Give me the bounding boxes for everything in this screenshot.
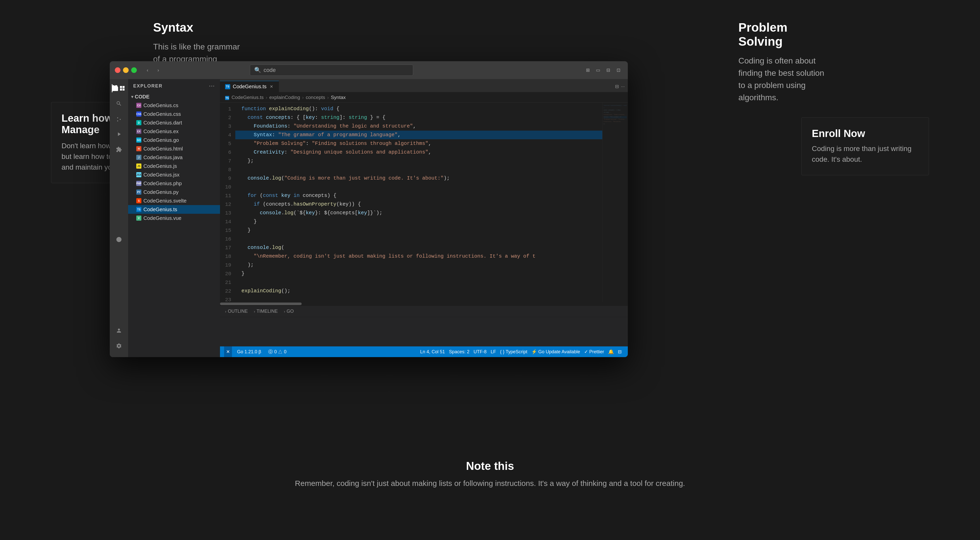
concept-problem-solving: Problem Solving Coding is often about fi…	[738, 21, 827, 103]
status-branch[interactable]: ✕	[224, 346, 232, 357]
status-spaces[interactable]: Spaces: 2	[447, 346, 471, 357]
line-number-4: 4	[220, 130, 231, 139]
titlebar-search[interactable]: 🔍 code	[250, 65, 413, 76]
status-encoding[interactable]: UTF-8	[471, 346, 488, 357]
code-token	[242, 140, 254, 148]
activity-account[interactable]	[112, 324, 126, 338]
file-name: CodeGenius.js	[143, 163, 177, 169]
code-token: in	[293, 192, 300, 200]
file-item-html[interactable]: HCodeGenius.html	[128, 145, 220, 153]
file-item-ex[interactable]: EXCodeGenius.ex	[128, 127, 220, 136]
code-token: .	[269, 174, 272, 183]
activity-extensions[interactable]	[112, 142, 126, 157]
more-actions-icon[interactable]: ···	[621, 84, 625, 89]
activity-settings[interactable]	[112, 339, 126, 353]
titlebar-nav: ‹ ›	[143, 66, 162, 74]
status-bell[interactable]: 🔔	[606, 346, 616, 357]
panel-tab-timeline[interactable]: › TIMELINE	[254, 306, 278, 317]
file-item-ts[interactable]: TSCodeGenius.ts	[128, 205, 220, 214]
file-item-php[interactable]: PHPCodeGenius.php	[128, 179, 220, 188]
line-number-18: 18	[220, 252, 231, 261]
close-button[interactable]	[115, 67, 121, 73]
timeline-chevron-icon: ›	[254, 310, 255, 313]
file-item-cs[interactable]: C#CodeGenius.cs	[128, 101, 220, 110]
file-item-jsx[interactable]: JSXCodeGenius.jsx	[128, 170, 220, 179]
status-language[interactable]: { } TypeScript	[498, 346, 529, 357]
forward-button[interactable]: ›	[154, 66, 162, 74]
line-number-7: 7	[220, 157, 231, 165]
code-token: );	[444, 174, 450, 183]
status-line-ending[interactable]: LF	[488, 346, 498, 357]
code-line-23	[235, 295, 602, 302]
status-bar: ✕ Go 1.21.0 β ⓪ 0 △ 0 Ln 4, Col 51 Space…	[220, 346, 628, 357]
activity-run[interactable]	[112, 127, 126, 141]
status-layout[interactable]: ⊟	[616, 346, 624, 357]
status-go-version[interactable]: Go 1.21.0 β	[235, 346, 263, 357]
minimize-button[interactable]	[123, 67, 129, 73]
panel-tab-go[interactable]: › GO	[284, 306, 294, 317]
activity-source-control[interactable]	[112, 112, 126, 126]
code-token: "Problem Solving"	[254, 140, 306, 148]
file-icon-vue: V	[136, 216, 142, 221]
breadcrumb-file[interactable]: TS CodeGenius.ts	[225, 95, 264, 100]
breadcrumb-syntax[interactable]: Syntax	[331, 95, 345, 100]
status-prettier[interactable]: ✓ Prettier	[582, 346, 606, 357]
code-token: ]}`);	[367, 209, 382, 217]
split-editor-icon[interactable]: ⊟	[615, 84, 619, 89]
traffic-lights	[115, 67, 137, 73]
status-go-update[interactable]: ⚡ Go Update Available	[529, 346, 582, 357]
code-token	[242, 200, 254, 208]
layout-btn-3[interactable]: ⊟	[605, 66, 612, 74]
code-token: ();	[281, 287, 290, 295]
file-item-java[interactable]: JCodeGenius.java	[128, 153, 220, 162]
line-number-22: 22	[220, 287, 231, 295]
file-item-go[interactable]: GOCodeGenius.go	[128, 136, 220, 145]
breadcrumb-concepts[interactable]: concepts	[306, 95, 325, 100]
file-item-vue[interactable]: VCodeGenius.vue	[128, 214, 220, 222]
tab-label: CodeGenius.ts	[233, 84, 266, 89]
maximize-button[interactable]	[131, 67, 137, 73]
tab-codegenius-ts[interactable]: TS CodeGenius.ts ✕	[220, 81, 279, 92]
code-token: concepts	[266, 113, 290, 122]
code-line-20: }	[235, 269, 602, 278]
code-token: {	[333, 105, 339, 113]
status-cursor[interactable]: Ln 4, Col 51	[418, 346, 447, 357]
folder-name: CODE	[135, 94, 150, 100]
horizontal-scrollbar[interactable]	[220, 302, 628, 306]
code-content[interactable]: function explainCoding(): void { const c…	[235, 103, 602, 302]
activity-explorer[interactable]	[112, 81, 126, 95]
activity-remote[interactable]	[112, 232, 126, 247]
sidebar-folder-code[interactable]: ▾ CODE	[128, 92, 220, 101]
file-item-js[interactable]: JSCodeGenius.js	[128, 162, 220, 170]
editor-content[interactable]: 1234567891011121314151617181920212223 fu…	[220, 103, 628, 302]
file-item-py[interactable]: PYCodeGenius.py	[128, 188, 220, 196]
file-item-svelte[interactable]: SCodeGenius.svelte	[128, 196, 220, 205]
sidebar-more-icon[interactable]: ···	[209, 83, 215, 89]
status-right: Ln 4, Col 51 Spaces: 2 UTF-8 LF { } Type…	[418, 346, 624, 357]
code-token: for	[248, 192, 257, 200]
code-line-4: Syntax: "The grammar of a programming la…	[235, 130, 602, 139]
bottom-note-section: Note this Remember, coding isn't just ab…	[295, 460, 685, 489]
tab-actions: ⊟ ···	[615, 81, 628, 92]
code-line-7: };	[235, 157, 602, 165]
code-token: (concepts.	[260, 200, 293, 208]
code-token: console	[242, 209, 281, 217]
panel-tab-outline[interactable]: › OUTLINE	[225, 306, 248, 317]
scrollbar-thumb[interactable]	[220, 303, 302, 305]
back-button[interactable]: ‹	[143, 66, 151, 74]
right-panel-desc: Coding is more than just writing code. I…	[812, 143, 918, 165]
code-token: if	[254, 200, 260, 208]
tab-close-button[interactable]: ✕	[269, 84, 274, 89]
status-errors[interactable]: ⓪ 0 △ 0	[266, 346, 288, 357]
file-item-css[interactable]: CSSCodeGenius.css	[128, 110, 220, 118]
file-icon-svelte: S	[136, 198, 142, 203]
layout-btn-4[interactable]: ⊡	[614, 66, 623, 74]
layout-btn-1[interactable]: ⊞	[584, 66, 592, 74]
activity-search[interactable]	[112, 97, 126, 111]
layout-btn-2[interactable]: ▭	[594, 66, 602, 74]
code-token	[242, 113, 248, 122]
file-item-dart[interactable]: DCodeGenius.dart	[128, 118, 220, 127]
code-line-5: "Problem Solving": "Finding solutions th…	[235, 139, 602, 148]
breadcrumb-function[interactable]: explainCoding	[269, 95, 300, 100]
right-panel-title: Enroll Now	[812, 128, 918, 139]
